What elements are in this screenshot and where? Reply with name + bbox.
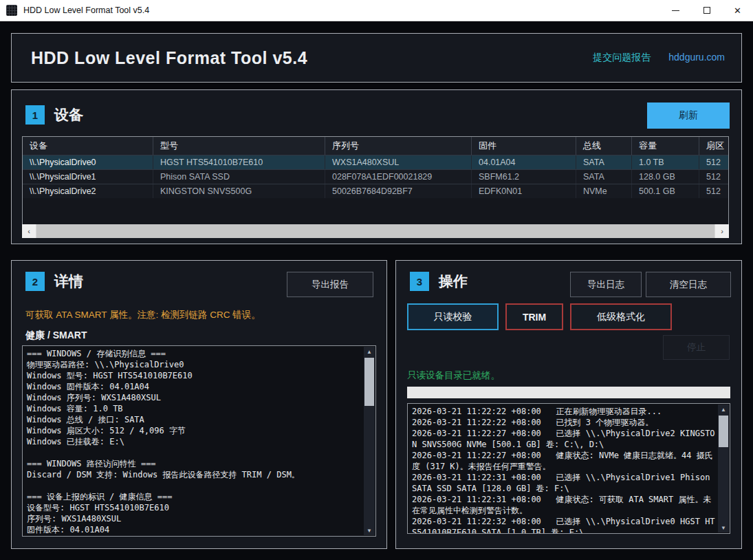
minimize-icon [672,10,679,11]
details-vertical-scrollbar[interactable]: ▲ ▼ [364,347,375,535]
hddguru-link[interactable]: hddguru.com [668,52,725,64]
cell-firmware: SBFM61.2 [472,170,576,184]
export-log-button[interactable]: 导出日志 [570,272,642,297]
log-text: 2026-03-21 11:22:22 +08:00 正在刷新物理驱动器目录..… [408,404,730,534]
col-capacity[interactable]: 容量 [632,137,699,155]
close-button[interactable]: ✕ [722,0,753,21]
col-model[interactable]: 型号 [153,137,325,155]
col-serial[interactable]: 序列号 [325,137,472,155]
cell-firmware: EDFK0N01 [472,184,576,198]
export-report-button[interactable]: 导出报告 [287,272,373,297]
operations-title: 操作 [439,272,468,291]
window-title: HDD Low Level Format Tool v5.4 [23,6,149,15]
col-firmware[interactable]: 固件 [472,137,576,155]
scroll-down-icon[interactable]: ▼ [718,523,729,532]
scroll-down-icon[interactable]: ▼ [364,526,375,535]
cell-device: \\.\PhysicalDrive2 [23,184,153,198]
report-problem-link[interactable]: 提交问题报告 [593,52,651,64]
details-panel: 2 详情 导出报告 可获取 ATA SMART 属性。注意: 检测到链路 CRC… [11,260,387,549]
details-title: 详情 [54,272,83,291]
table-row-drive0[interactable]: \\.\PhysicalDrive0 HGST HTS541010B7E610 … [23,155,728,169]
ready-status-text: 只读设备目录已就绪。 [407,369,500,382]
section-badge-2: 2 [25,272,45,291]
log-box[interactable]: 2026-03-21 11:22:22 +08:00 正在刷新物理驱动器目录..… [407,403,730,534]
refresh-button[interactable]: 刷新 [647,103,730,129]
scroll-left-icon[interactable]: ‹ [22,224,36,238]
smart-warning-text: 可获取 ATA SMART 属性。注意: 检测到链路 CRC 错误。 [25,309,261,321]
devices-horizontal-scrollbar[interactable]: ‹ › [22,224,729,238]
cell-bus: SATA [576,170,632,184]
scrollbar-thumb[interactable] [36,224,715,238]
smart-report-text: === WINDOWS / 存储识别信息 === 物理驱动器路径: \\.\Ph… [23,346,375,537]
cell-sector: 512 [699,170,729,184]
scrollbar-thumb[interactable] [364,358,374,406]
progress-bar [407,387,730,398]
read-only-verify-button[interactable]: 只读校验 [407,303,499,330]
cell-sector: 512 [699,155,729,169]
cell-serial: WXS1A480XSUL [325,155,472,169]
low-level-format-button[interactable]: 低级格式化 [570,303,672,330]
titlebar: HDD Low Level Format Tool v5.4 ✕ [0,0,753,21]
app-icon [6,5,17,16]
cell-capacity: 1.0 TB [632,155,699,169]
clear-log-button[interactable]: 清空日志 [646,272,731,297]
cell-model: Phison SATA SSD [153,170,325,184]
minimize-button[interactable] [660,0,691,21]
page-title: HDD Low Level Format Tool v5.4 [31,48,307,68]
section-badge-3: 3 [410,272,429,291]
maximize-button[interactable] [691,0,722,21]
scroll-up-icon[interactable]: ▲ [718,405,729,414]
cell-device: \\.\PhysicalDrive1 [23,170,153,184]
operations-panel: 3 操作 导出日志 清空日志 只读校验 TRIM 低级格式化 停止 只读设备目录… [395,260,742,549]
cell-bus: SATA [576,155,632,169]
scrollbar-thumb[interactable] [719,416,728,447]
log-vertical-scrollbar[interactable]: ▲ ▼ [718,405,729,532]
cell-model: KINGSTON SNVS500G [153,184,325,198]
section-badge-1: 1 [25,105,45,125]
devices-title: 设备 [54,105,83,125]
table-row-drive2[interactable]: \\.\PhysicalDrive2 KINGSTON SNVS500G 500… [23,184,728,198]
devices-table: 设备 型号 序列号 固件 总线 容量 扇区 \\.\PhysicalDrive0… [22,136,729,224]
health-smart-label: 健康 / SMART [25,330,87,342]
trim-button[interactable]: TRIM [505,303,563,330]
col-device[interactable]: 设备 [23,137,153,155]
header-panel: HDD Low Level Format Tool v5.4 提交问题报告 hd… [11,33,742,83]
cell-device: \\.\PhysicalDrive0 [23,155,153,169]
close-icon: ✕ [734,6,741,15]
table-row-drive1[interactable]: \\.\PhysicalDrive1 Phison SATA SSD 028F0… [23,169,728,184]
maximize-icon [703,7,710,14]
devices-panel: 1 设备 刷新 设备 型号 序列号 固件 总线 容量 扇区 \\.\Physic… [11,89,742,244]
smart-report-box[interactable]: === WINDOWS / 存储识别信息 === 物理驱动器路径: \\.\Ph… [22,345,376,537]
stop-button-disabled: 停止 [663,335,730,360]
cell-serial: 028F078A1EDF00021829 [325,170,472,184]
cell-bus: NVMe [576,184,632,198]
app-window: HDD Low Level Format Tool v5.4 ✕ HDD Low… [0,0,753,560]
cell-serial: 50026B7684D92BF7 [325,184,472,198]
cell-capacity: 500.1 GB [632,184,699,198]
scroll-right-icon[interactable]: › [715,224,729,238]
cell-capacity: 128.0 GB [632,170,699,184]
scroll-up-icon[interactable]: ▲ [364,347,375,356]
table-header-row: 设备 型号 序列号 固件 总线 容量 扇区 [23,137,728,155]
col-sector[interactable]: 扇区 [699,137,729,155]
cell-sector: 512 [699,184,729,198]
cell-firmware: 04.01A04 [472,155,576,169]
cell-model: HGST HTS541010B7E610 [153,155,325,169]
col-bus[interactable]: 总线 [576,137,632,155]
